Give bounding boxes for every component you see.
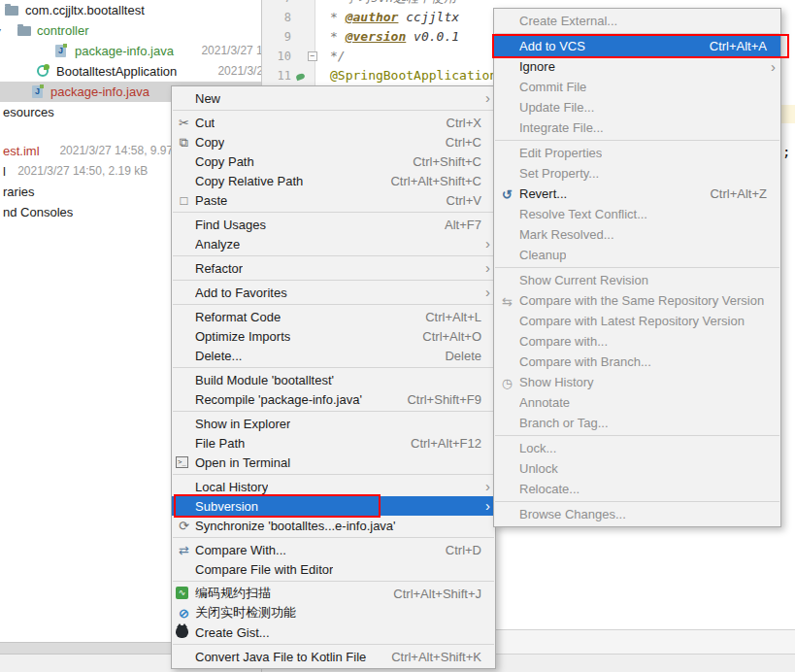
- submenu-arrow-icon: ›: [485, 284, 490, 300]
- menu-item-label: Annotate: [519, 395, 570, 410]
- menu-item-shortcut: Ctrl+V: [427, 193, 481, 208]
- vcs-submenu: Create External...Add to VCSCtrl+Alt+AIg…: [493, 8, 781, 527]
- menu-item-compare-file-with-editor[interactable]: Compare File with Editor: [172, 559, 495, 579]
- menu-item-label: Revert...: [519, 186, 567, 201]
- menu-item-synchronize-bootalltes-e-info-java[interactable]: ⟳Synchronize 'bootalltes...e-info.java': [172, 516, 495, 535]
- menu-item-label: Copy Path: [195, 154, 254, 169]
- menu-item-refactor[interactable]: Refactor›: [172, 258, 495, 278]
- menu-item-label: Browse Changes...: [519, 507, 626, 521]
- menu-item-label: Copy Relative Path: [195, 174, 303, 188]
- chevron-down-icon[interactable]: ▾: [0, 20, 1, 41]
- sync-icon: ⟳: [176, 519, 192, 533]
- menu-item-reformat-code[interactable]: Reformat CodeCtrl+Alt+L: [172, 307, 495, 326]
- menu-item-label: Ignore: [519, 59, 555, 74]
- ide-window: com.ccjjltx.bootalltest▾controllerJpacka…: [0, 0, 795, 672]
- submenu-item-revert[interactable]: ↺Revert...Ctrl+Alt+Z: [494, 184, 780, 204]
- menu-item-label: Integrate File...: [519, 120, 604, 135]
- menu-item-paste[interactable]: □PasteCtrl+V: [172, 190, 495, 210]
- menu-item-label: Compare with Latest Repository Version: [519, 314, 745, 328]
- menu-item-add-to-favorites[interactable]: Add to Favorites›: [172, 283, 495, 302]
- code-fold-icon[interactable]: −: [308, 51, 317, 61]
- menu-item-optimize-imports[interactable]: Optimize ImportsCtrl+Alt+O: [172, 326, 495, 346]
- menu-item-file-path[interactable]: File PathCtrl+Alt+F12: [172, 433, 495, 453]
- menu-item-copy-path[interactable]: Copy PathCtrl+Shift+C: [172, 151, 495, 171]
- menu-item-new[interactable]: New›: [172, 88, 495, 108]
- tree-item-label: package-info.java: [50, 82, 149, 102]
- code-text: @SpringBootApplication: [330, 66, 497, 85]
- compare-icon: ⇄: [176, 543, 192, 557]
- menu-item-label: Add to VCS: [519, 39, 585, 53]
- menu-item-label: Set Property...: [519, 166, 599, 181]
- menu-item-关闭实时检测功能[interactable]: ⊘关闭实时检测功能: [172, 603, 495, 622]
- code-fragment: ;: [782, 144, 790, 159]
- menu-separator: [495, 140, 779, 141]
- menu-item-label: Cleanup: [519, 248, 566, 262]
- menu-separator: [173, 581, 494, 582]
- submenu-arrow-icon: ›: [485, 497, 490, 514]
- folder-icon: [5, 6, 18, 16]
- line-number: 10: [262, 47, 291, 66]
- submenu-item-add-to-vcs[interactable]: Add to VCSCtrl+Alt+A: [494, 36, 780, 56]
- history-icon: ◷: [499, 375, 515, 389]
- menu-item-label: File Path: [195, 436, 245, 451]
- menu-item-build-module-bootalltest[interactable]: Build Module 'bootalltest': [172, 370, 495, 389]
- line-number: 9: [262, 27, 291, 47]
- tree-item-label: nd Consoles: [3, 202, 73, 222]
- submenu-item-ignore[interactable]: Ignore›: [494, 56, 780, 77]
- paste-icon: □: [176, 193, 192, 208]
- menu-item-label: Create Gist...: [195, 625, 270, 640]
- scissors-icon: ✂: [176, 116, 192, 130]
- java-file-icon: J: [32, 85, 43, 98]
- menu-item-shortcut: Ctrl+X: [427, 116, 481, 130]
- menu-item-编码规约扫描[interactable]: ∿编码规约扫描Ctrl+Alt+Shift+J: [172, 584, 495, 603]
- code-token: *: [330, 29, 346, 44]
- menu-item-shortcut: Ctrl+Alt+O: [403, 329, 481, 344]
- submenu-item-lock: Lock...: [494, 438, 780, 458]
- menu-separator: [173, 110, 494, 111]
- submenu-item-compare-with: Compare with...: [494, 331, 780, 352]
- menu-separator: [173, 411, 494, 412]
- submenu-item-compare-with-branch: Compare with Branch...: [494, 352, 780, 372]
- menu-item-create-gist[interactable]: Create Gist...: [172, 622, 495, 642]
- menu-separator: [173, 255, 494, 256]
- tree-row[interactable]: Jpackage-info.java2021/3/27 15:05, 43 B: [0, 41, 262, 61]
- menu-item-convert-java-file-to-kotlin-file[interactable]: Convert Java File to Kotlin FileCtrl+Alt…: [172, 647, 495, 666]
- tree-item-label: controller: [37, 20, 88, 41]
- menu-item-delete[interactable]: Delete...Delete: [172, 346, 495, 365]
- submenu-item-relocate: Relocate...: [494, 479, 780, 499]
- menu-item-label: Compare File with Editor: [195, 562, 333, 577]
- submenu-item-compare-with-latest-repository-version: Compare with Latest Repository Version: [494, 311, 780, 331]
- menu-item-cut[interactable]: ✂CutCtrl+X: [172, 113, 495, 132]
- menu-item-label: Edit Properties: [519, 146, 602, 160]
- menu-item-find-usages[interactable]: Find UsagesAlt+F7: [172, 215, 495, 234]
- file-timestamp: 2021/3/27 15:06, 413: [217, 61, 262, 82]
- menu-item-label: Refactor: [195, 261, 243, 276]
- menu-item-show-in-explorer[interactable]: Show in Explorer: [172, 414, 495, 433]
- submenu-arrow-icon: ›: [485, 478, 490, 494]
- tree-item-label: esources: [3, 102, 54, 122]
- menu-item-recompile-package-info-java[interactable]: Recompile 'package-info.java'Ctrl+Shift+…: [172, 389, 495, 409]
- menu-item-copy[interactable]: ⧉CopyCtrl+C: [172, 132, 495, 151]
- code-token: *: [330, 10, 346, 24]
- menu-item-label: Build Module 'bootalltest': [195, 373, 334, 387]
- menu-item-copy-relative-path[interactable]: Copy Relative PathCtrl+Alt+Shift+C: [172, 171, 495, 190]
- menu-item-local-history[interactable]: Local History›: [172, 477, 495, 496]
- menu-separator: [173, 212, 494, 213]
- menu-item-label: Synchronize 'bootalltes...e-info.java': [195, 519, 396, 533]
- tree-row[interactable]: ▾controller: [0, 20, 262, 41]
- submenu-item-show-history: ◷Show History: [494, 372, 780, 392]
- menu-item-compare-with[interactable]: ⇄Compare With...Ctrl+D: [172, 540, 495, 559]
- java-file-icon: J: [55, 45, 66, 57]
- tree-row[interactable]: com.ccjjltx.bootalltest: [0, 0, 262, 20]
- menu-item-label: Local History: [195, 480, 268, 494]
- tree-row[interactable]: BootalltestApplication2021/3/27 15:06, 4…: [0, 61, 262, 82]
- line-number: 11: [262, 66, 291, 85]
- menu-item-subversion[interactable]: Subversion›: [172, 496, 495, 516]
- spring-leaf-icon[interactable]: [295, 73, 306, 82]
- submenu-item-commit-file: Commit File: [494, 77, 780, 97]
- menu-item-label: Update File...: [519, 100, 594, 115]
- menu-item-open-in-terminal[interactable]: >_Open in Terminal: [172, 453, 495, 472]
- menu-item-analyze[interactable]: Analyze›: [172, 234, 495, 253]
- submenu-item-compare-with-the-same-repository-version: ⇆Compare with the Same Repository Versio…: [494, 290, 780, 311]
- menu-item-shortcut: Ctrl+Alt+L: [406, 310, 481, 324]
